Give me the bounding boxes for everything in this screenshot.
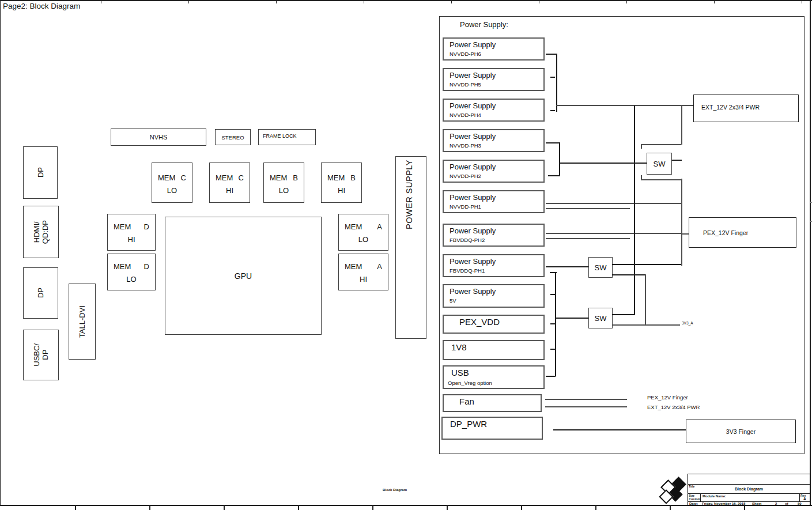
io-block-hdmi-qddp: HDMI/ QD:DP — [23, 206, 59, 258]
mem-block-d-hi: MEMD HI — [107, 214, 156, 251]
supply-nvvdd-ph3: Power Supply NVVDD-PH3 — [443, 129, 545, 152]
wire — [546, 266, 588, 267]
sw-label: SW — [595, 263, 607, 272]
net-label-pex-12v-finger: PEX_12V Finger — [647, 394, 688, 401]
pex-12v-finger-box: PEX_12V Finger — [689, 217, 796, 248]
supply-subtitle: FBVDDQ-PH2 — [450, 237, 485, 243]
mem-channel: C — [181, 173, 186, 182]
net-label-3v3a: 3V3_A — [682, 321, 693, 325]
wire — [550, 349, 555, 350]
stereo-label: STEREO — [221, 134, 244, 141]
wire — [612, 264, 682, 265]
mem-level: LO — [108, 275, 155, 284]
mem-block-b-lo: MEMB LO — [263, 163, 304, 203]
nvhs-label: NVHS — [150, 134, 168, 141]
io-block-label: QD:DP — [41, 220, 50, 244]
wire — [612, 314, 635, 315]
zone-tick — [364, 1, 364, 3]
supply-nvvdd-ph4: Power Supply NVVDD-PH4 — [443, 99, 545, 122]
supply-title: Power Supply — [450, 287, 496, 296]
mem-channel: D — [144, 222, 149, 231]
supply-title: PEX_VDD — [459, 317, 500, 327]
gpu-block: GPU — [165, 217, 322, 335]
mem-block-b-hi: MEMB HI — [321, 163, 362, 203]
mem-level: HI — [108, 235, 155, 244]
wire — [545, 399, 627, 400]
wire — [550, 110, 555, 111]
wire — [671, 160, 682, 161]
wire — [550, 77, 555, 78]
supply-1v8: 1V8 — [443, 340, 545, 360]
mem-name: MEM — [114, 222, 131, 231]
wire-bracket — [641, 144, 642, 149]
io-block-dp-2: DP — [23, 267, 58, 319]
supply-nvvdd-ph1: Power Supply NVVDD-PH1 — [443, 190, 545, 213]
tall-dvi-block: TALL-DVI — [69, 284, 96, 360]
title-block-module-label: Module Name: — [703, 494, 726, 498]
wire — [612, 274, 646, 275]
zone-tick — [276, 1, 277, 3]
sw-box-bottom: SW — [588, 308, 613, 328]
mem-channel: C — [239, 173, 244, 182]
wire-bracket — [641, 175, 642, 180]
mem-block-c-lo: MEMC LO — [152, 163, 192, 203]
v3v3-finger-label: 3V3 Finger — [726, 428, 756, 435]
mem-level: LO — [152, 186, 192, 195]
title-block-divider — [688, 493, 810, 494]
wire — [555, 272, 556, 376]
mem-channel: B — [293, 173, 298, 182]
zone-tick — [539, 1, 539, 3]
wire — [553, 429, 686, 430]
mem-name: MEM — [345, 222, 362, 231]
title-block-size: Custom — [689, 497, 700, 501]
mem-level: HI — [339, 275, 388, 284]
mem-block-c-hi: MEMC HI — [209, 163, 250, 203]
title-block-of-label: of — [785, 502, 788, 505]
title-block-title: Block Diagram — [688, 487, 810, 491]
zone-tick — [626, 1, 627, 3]
supply-subtitle: NVVDD-PH3 — [450, 142, 481, 149]
mem-name: MEM — [270, 173, 287, 182]
mem-name: MEM — [158, 173, 175, 182]
zone-tick — [298, 505, 299, 510]
supply-title: Power Supply — [450, 163, 496, 171]
mem-channel: A — [377, 262, 382, 271]
v3v3-finger-box: 3V3 Finger — [686, 420, 796, 443]
wire — [682, 233, 689, 235]
zone-tick — [447, 505, 448, 510]
wire — [556, 105, 693, 106]
zone-tick — [744, 505, 745, 510]
title-block-divider — [799, 493, 800, 501]
power-supply-column-label: POWER SUPPLY — [405, 160, 414, 229]
footer-label: Block Diagram — [375, 488, 415, 492]
tall-dvi-label: TALL-DVI — [78, 305, 86, 338]
supply-fbvddq-ph2: Power Supply FBVDDQ-PH2 — [443, 224, 545, 247]
title-block-sheet-label: Sheet — [752, 502, 761, 505]
supply-fbvddq-ph1: Power Supply FBVDDQ-PH1 — [443, 254, 545, 277]
ext-12v-box: EXT_12V 2x3/4 PWR — [693, 95, 799, 122]
wire-bracket — [641, 179, 682, 180]
mem-name: MEM — [216, 173, 233, 182]
io-block-label: HDMI/ — [32, 220, 41, 244]
schematic-sheet: Page2: Block Diagram DP HDMI/ QD:DP DP U… — [0, 0, 812, 510]
nvhs-block: NVHS — [111, 129, 206, 146]
supply-title: Power Supply — [450, 226, 496, 235]
page-title: Page2: Block Diagram — [3, 2, 80, 10]
supply-5v: Power Supply 5V — [443, 284, 545, 308]
mem-name: MEM — [114, 262, 131, 271]
io-block-usbc-dp: USBC/ DP — [23, 330, 59, 380]
zone-tick — [714, 1, 715, 3]
mem-name: MEM — [345, 262, 362, 271]
zone-tick — [595, 505, 596, 510]
sw-box-top: SW — [647, 153, 672, 175]
supply-title: Power Supply — [450, 257, 496, 266]
power-section-heading: Power Supply: — [460, 20, 508, 29]
wire — [681, 105, 682, 145]
io-block-label: USBC/ — [32, 343, 41, 367]
supply-subtitle: NVVDD-PH4 — [450, 112, 481, 118]
supply-title: DP_PWR — [450, 419, 487, 429]
page-border-left — [0, 0, 1, 505]
frame-lock-block: FRAME LOCK — [258, 129, 316, 145]
supply-title: Power Supply — [450, 40, 496, 49]
wire — [546, 233, 682, 234]
